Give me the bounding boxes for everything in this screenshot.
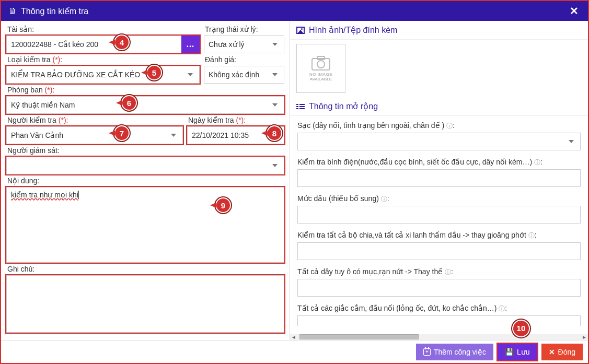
ext-label: Mức dầu (thiếu bổ sung) [297, 194, 379, 203]
info-icon: ⓘ [528, 232, 535, 239]
badge-6: 6 [121, 95, 137, 111]
badge-4: 4 [114, 34, 130, 50]
attachments-area: NO IMAGE AVAILABLE [290, 40, 588, 97]
list-icon [296, 104, 305, 109]
ext-field: Tất cả dây tuy ô có mục,rạn nứt -> Thay … [297, 267, 581, 297]
inspector-select[interactable]: Phan Văn Cảnh [6, 126, 183, 144]
ext-select[interactable] [297, 133, 581, 150]
ext-input[interactable] [297, 206, 581, 224]
info-icon: ⓘ [534, 159, 540, 166]
date-label: Ngày kiểm tra [187, 116, 284, 124]
info-icon: ⓘ [446, 122, 453, 130]
type-label: Loại kiểm tra [6, 55, 200, 64]
notes-textarea[interactable] [6, 275, 284, 333]
ext-field: Mức dầu (thiếu bổ sung) ⓘ: [297, 194, 581, 224]
ext-field: Kiểm tra tất cả bộ chia,và tất cả xi lan… [297, 231, 581, 260]
extended-header: Thông tin mở rộng [290, 97, 588, 116]
info-icon: ⓘ [445, 268, 451, 276]
asset-lookup-button[interactable]: … [181, 36, 200, 53]
save-icon: 💾 [505, 348, 514, 356]
ext-field: Kiểm tra bình điện(nước,đầu cọc bình, si… [297, 158, 581, 187]
camera-icon [311, 55, 331, 71]
close-button[interactable]: ✕ Đóng [541, 344, 583, 360]
svg-point-1 [317, 61, 325, 68]
dept-select[interactable]: Kỹ thuật miền Nam [6, 96, 284, 114]
status-label: Trạng thái xử lý [204, 25, 284, 33]
dept-label: Phòng ban [6, 86, 284, 94]
ext-label: Tất cả các giắc cắm, đầu nối (lỏng ốc, đ… [297, 304, 496, 312]
status-select[interactable]: Chưa xử lý [204, 36, 284, 53]
ext-input[interactable] [297, 315, 581, 326]
content-label: Nội dung [6, 177, 284, 185]
notes-label: Ghi chú [6, 265, 284, 273]
attachments-title: Hình ảnh/Tệp đính kèm [309, 25, 397, 35]
asset-input[interactable]: 1200022488 - Cắt kéo 200 [6, 36, 181, 53]
save-button[interactable]: 💾 Lưu [498, 344, 537, 360]
left-panel: Tài sản 1200022488 - Cắt kéo 200 … 4 Trạ… [1, 21, 290, 340]
info-icon: ⓘ [381, 195, 387, 203]
horizontal-scrollbar[interactable]: ◄ ► [290, 334, 588, 340]
ext-label: Sạc (dây nối, tình trạng bên ngoài, chân… [297, 121, 444, 130]
noimg-line2: AVAILABLE [310, 77, 332, 81]
close-x-icon: ✕ [549, 348, 555, 356]
content-value: kiểm tra như mọi khi [11, 191, 78, 199]
ext-field: Tất cả các giắc cắm, đầu nối (lỏng ốc, đ… [297, 304, 581, 326]
content-textarea[interactable]: kiểm tra như mọi khi [6, 187, 284, 263]
rating-label: Đánh giá [204, 55, 284, 64]
extended-title: Thông tin mở rộng [309, 101, 378, 111]
save-label: Lưu [517, 348, 530, 356]
badge-8: 8 [267, 125, 282, 141]
badge-9: 9 [215, 197, 231, 213]
ext-label: Tất cả dây tuy ô có mục,rạn nứt -> Thay … [297, 267, 443, 276]
close-icon[interactable]: ✕ [568, 5, 581, 17]
badge-5: 5 [146, 65, 162, 80]
type-select[interactable]: KIỂM TRA BẢO DƯỠNG XE CẮT KÉO [6, 66, 200, 84]
badge-7: 7 [114, 125, 130, 141]
supervisor-select[interactable] [6, 157, 284, 174]
ext-label: Kiểm tra tất cả bộ chia,và tất cả xi lan… [297, 231, 526, 239]
info-icon: ⓘ [499, 305, 505, 312]
ext-input[interactable] [297, 242, 581, 260]
badge-10: 10 [512, 320, 530, 337]
document-icon: 🗎 [8, 6, 17, 16]
attachments-header: Hình ảnh/Tệp đính kèm [290, 21, 588, 40]
calendar-plus-icon: + [423, 348, 431, 356]
ext-label: Kiểm tra bình điện(nước,đầu cọc bình, si… [297, 158, 532, 166]
asset-label: Tài sản [6, 25, 200, 33]
extended-fields: Sạc (dây nối, tình trạng bên ngoài, chân… [290, 116, 588, 340]
modal-header: 🗎 Thông tin kiểm tra ✕ [1, 1, 588, 21]
right-panel: Hình ảnh/Tệp đính kèm NO IMAGE AVAILABLE… [290, 21, 588, 340]
asset-group: 1200022488 - Cắt kéo 200 … [6, 36, 200, 53]
modal-footer: + Thêm công việc 💾 Lưu 10 ✕ Đóng [1, 340, 588, 363]
ext-input[interactable] [297, 169, 581, 187]
close-label: Đóng [558, 348, 575, 356]
supervisor-label: Người giám sát [6, 146, 284, 155]
ext-field: Sạc (dây nối, tình trạng bên ngoài, chân… [297, 121, 581, 150]
image-icon [296, 27, 305, 34]
ext-input[interactable] [297, 279, 581, 297]
noimg-line1: NO IMAGE [309, 72, 332, 77]
inspector-label: Người kiểm tra [6, 116, 183, 124]
rating-select[interactable]: Không xác định [204, 66, 284, 84]
modal-title: Thông tin kiểm tra [21, 6, 88, 16]
add-job-button[interactable]: + Thêm công việc [416, 344, 493, 360]
no-image-placeholder[interactable]: NO IMAGE AVAILABLE [296, 44, 345, 93]
add-job-label: Thêm công việc [434, 348, 486, 356]
